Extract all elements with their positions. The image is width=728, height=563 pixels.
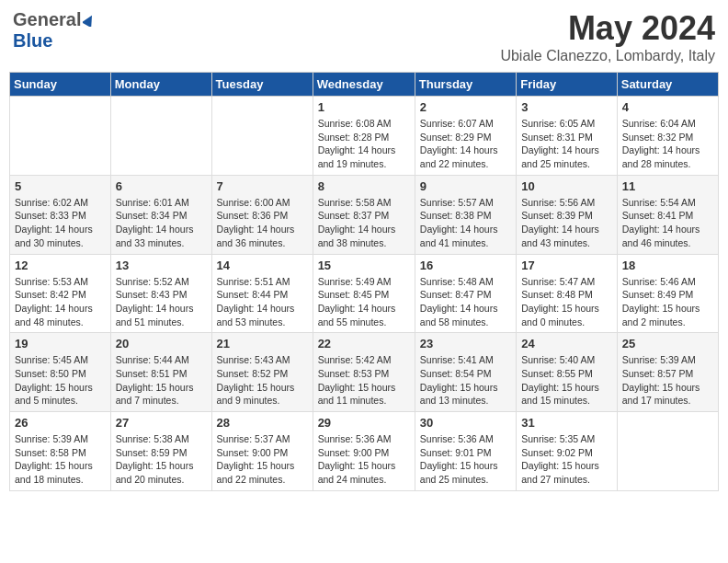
day-number: 27 [116,416,207,430]
logo-general-text: General [13,9,81,30]
calendar-cell: 4Sunrise: 6:04 AM Sunset: 8:32 PM Daylig… [617,97,718,176]
calendar-header-row: SundayMondayTuesdayWednesdayThursdayFrid… [10,73,719,97]
calendar-header-saturday: Saturday [617,73,718,97]
day-info: Sunrise: 5:43 AM Sunset: 8:52 PM Dayligh… [217,353,308,408]
calendar-cell: 12Sunrise: 5:53 AM Sunset: 8:42 PM Dayli… [10,254,111,333]
day-info: Sunrise: 5:47 AM Sunset: 8:48 PM Dayligh… [521,275,612,329]
calendar-cell: 21Sunrise: 5:43 AM Sunset: 8:52 PM Dayli… [211,333,313,412]
day-info: Sunrise: 6:04 AM Sunset: 8:32 PM Dayligh… [622,117,713,171]
day-info: Sunrise: 6:07 AM Sunset: 8:29 PM Dayligh… [420,117,511,171]
day-info: Sunrise: 6:08 AM Sunset: 8:28 PM Dayligh… [318,117,410,171]
calendar-week-row: 12Sunrise: 5:53 AM Sunset: 8:42 PM Dayli… [10,254,719,333]
logo-icon [83,14,96,27]
day-number: 4 [622,100,713,114]
calendar-cell: 9Sunrise: 5:57 AM Sunset: 8:38 PM Daylig… [415,175,516,254]
calendar-week-row: 19Sunrise: 5:45 AM Sunset: 8:50 PM Dayli… [10,333,719,412]
day-number: 5 [15,179,106,193]
calendar-cell [110,97,211,176]
header: General Blue May 2024 Ubiale Clanezzo, L… [9,9,719,64]
calendar-cell: 27Sunrise: 5:38 AM Sunset: 8:59 PM Dayli… [110,412,211,491]
day-info: Sunrise: 5:40 AM Sunset: 8:55 PM Dayligh… [521,353,612,408]
calendar-cell: 16Sunrise: 5:48 AM Sunset: 8:47 PM Dayli… [415,254,516,333]
day-info: Sunrise: 5:42 AM Sunset: 8:53 PM Dayligh… [318,353,410,408]
calendar-cell: 11Sunrise: 5:54 AM Sunset: 8:41 PM Dayli… [617,175,718,254]
day-number: 29 [318,416,410,430]
calendar-cell: 29Sunrise: 5:36 AM Sunset: 9:00 PM Dayli… [313,412,415,491]
calendar-week-row: 5Sunrise: 6:02 AM Sunset: 8:33 PM Daylig… [10,175,719,254]
calendar-cell: 26Sunrise: 5:39 AM Sunset: 8:58 PM Dayli… [10,412,111,491]
calendar-cell [211,97,313,176]
day-info: Sunrise: 5:37 AM Sunset: 9:00 PM Dayligh… [217,432,308,487]
calendar-cell: 3Sunrise: 6:05 AM Sunset: 8:31 PM Daylig… [517,97,618,176]
calendar-cell: 15Sunrise: 5:49 AM Sunset: 8:45 PM Dayli… [313,254,415,333]
day-info: Sunrise: 5:39 AM Sunset: 8:58 PM Dayligh… [15,432,106,487]
day-info: Sunrise: 6:00 AM Sunset: 8:36 PM Dayligh… [217,196,308,250]
calendar-week-row: 26Sunrise: 5:39 AM Sunset: 8:58 PM Dayli… [10,412,719,491]
calendar-cell: 7Sunrise: 6:00 AM Sunset: 8:36 PM Daylig… [211,175,313,254]
calendar-cell: 30Sunrise: 5:36 AM Sunset: 9:01 PM Dayli… [415,412,516,491]
calendar-cell [617,412,718,491]
day-info: Sunrise: 5:48 AM Sunset: 8:47 PM Dayligh… [420,275,511,329]
calendar-cell: 5Sunrise: 6:02 AM Sunset: 8:33 PM Daylig… [10,175,111,254]
calendar-cell: 13Sunrise: 5:52 AM Sunset: 8:43 PM Dayli… [110,254,211,333]
calendar-cell: 6Sunrise: 6:01 AM Sunset: 8:34 PM Daylig… [110,175,211,254]
calendar-cell: 10Sunrise: 5:56 AM Sunset: 8:39 PM Dayli… [517,175,618,254]
day-number: 3 [521,100,612,114]
day-info: Sunrise: 5:38 AM Sunset: 8:59 PM Dayligh… [116,432,207,487]
day-info: Sunrise: 5:44 AM Sunset: 8:51 PM Dayligh… [116,353,207,408]
day-info: Sunrise: 6:02 AM Sunset: 8:33 PM Dayligh… [15,196,106,250]
day-number: 12 [15,259,106,272]
day-number: 9 [420,179,511,193]
day-number: 8 [318,179,410,193]
day-number: 1 [318,100,410,114]
day-number: 19 [15,337,106,350]
day-number: 10 [521,179,612,193]
day-info: Sunrise: 5:36 AM Sunset: 9:00 PM Dayligh… [318,432,410,487]
calendar-cell: 17Sunrise: 5:47 AM Sunset: 8:48 PM Dayli… [517,254,618,333]
calendar-cell: 8Sunrise: 5:58 AM Sunset: 8:37 PM Daylig… [313,175,415,254]
calendar-cell: 20Sunrise: 5:44 AM Sunset: 8:51 PM Dayli… [110,333,211,412]
day-number: 16 [420,259,511,272]
day-number: 18 [622,259,713,272]
day-info: Sunrise: 5:54 AM Sunset: 8:41 PM Dayligh… [622,196,713,250]
day-number: 17 [521,259,612,272]
day-number: 7 [217,179,308,193]
calendar-cell: 22Sunrise: 5:42 AM Sunset: 8:53 PM Dayli… [313,333,415,412]
calendar-cell: 23Sunrise: 5:41 AM Sunset: 8:54 PM Dayli… [415,333,516,412]
calendar-cell [10,97,111,176]
calendar-cell: 18Sunrise: 5:46 AM Sunset: 8:49 PM Dayli… [617,254,718,333]
logo: General Blue [13,9,96,52]
calendar-header-sunday: Sunday [10,73,111,97]
title-section: May 2024 Ubiale Clanezzo, Lombardy, Ital… [500,9,715,64]
day-info: Sunrise: 5:36 AM Sunset: 9:01 PM Dayligh… [420,432,511,487]
calendar-cell: 19Sunrise: 5:45 AM Sunset: 8:50 PM Dayli… [10,333,111,412]
day-number: 21 [217,337,308,350]
day-number: 25 [622,337,713,350]
day-number: 11 [622,179,713,193]
day-info: Sunrise: 6:01 AM Sunset: 8:34 PM Dayligh… [116,196,207,250]
day-number: 2 [420,100,511,114]
day-info: Sunrise: 5:56 AM Sunset: 8:39 PM Dayligh… [521,196,612,250]
day-number: 24 [521,337,612,350]
location-title: Ubiale Clanezzo, Lombardy, Italy [500,48,715,64]
day-number: 13 [116,259,207,272]
calendar-cell: 25Sunrise: 5:39 AM Sunset: 8:57 PM Dayli… [617,333,718,412]
calendar-cell: 28Sunrise: 5:37 AM Sunset: 9:00 PM Dayli… [211,412,313,491]
calendar-cell: 2Sunrise: 6:07 AM Sunset: 8:29 PM Daylig… [415,97,516,176]
calendar-cell: 24Sunrise: 5:40 AM Sunset: 8:55 PM Dayli… [517,333,618,412]
day-info: Sunrise: 5:41 AM Sunset: 8:54 PM Dayligh… [420,353,511,408]
day-number: 14 [217,259,308,272]
calendar-header-tuesday: Tuesday [211,73,313,97]
calendar-header-friday: Friday [517,73,618,97]
calendar-cell: 14Sunrise: 5:51 AM Sunset: 8:44 PM Dayli… [211,254,313,333]
day-info: Sunrise: 6:05 AM Sunset: 8:31 PM Dayligh… [521,117,612,171]
calendar-cell: 31Sunrise: 5:35 AM Sunset: 9:02 PM Dayli… [517,412,618,491]
day-number: 15 [318,259,410,272]
day-number: 20 [116,337,207,350]
day-number: 30 [420,416,511,430]
calendar-week-row: 1Sunrise: 6:08 AM Sunset: 8:28 PM Daylig… [10,97,719,176]
calendar-header-wednesday: Wednesday [313,73,415,97]
day-number: 26 [15,416,106,430]
calendar-table: SundayMondayTuesdayWednesdayThursdayFrid… [9,72,719,491]
calendar-header-thursday: Thursday [415,73,516,97]
